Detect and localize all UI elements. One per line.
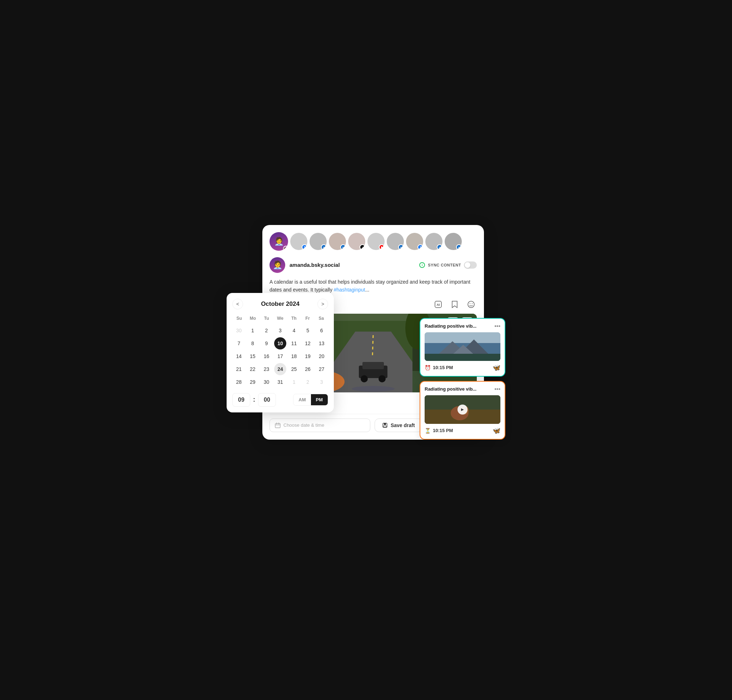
weekday-sa: Sa — [314, 315, 328, 322]
calendar-day-12[interactable]: 12 — [302, 337, 314, 350]
calendar-day-27[interactable]: 27 — [315, 363, 328, 375]
svg-rect-40 — [425, 354, 500, 361]
clock-icon-1: ⏰ — [425, 365, 431, 371]
calendar-day-6[interactable]: 6 — [315, 324, 328, 337]
calendar-day-7[interactable]: 7 — [233, 337, 245, 350]
calendar-day-10[interactable]: 10 — [274, 337, 286, 350]
calendar-day-13[interactable]: 13 — [315, 337, 328, 350]
card-2-footer: ⏳ 10:15 PM 🦋 — [425, 427, 500, 435]
calendar-grid: Su Mo Tu We Th Fr Sa 3012345678910111213… — [232, 315, 328, 388]
hourglass-icon-2: ⏳ — [425, 428, 431, 434]
calendar-day-3[interactable]: 3 — [315, 376, 328, 388]
calendar-day-9[interactable]: 9 — [260, 337, 272, 350]
avatar-2[interactable]: f — [290, 233, 307, 250]
calendar-day-16[interactable]: 16 — [260, 350, 272, 362]
calendar-day-11[interactable]: 11 — [288, 337, 300, 350]
calendar-day-8[interactable]: 8 — [246, 337, 259, 350]
sync-label: SYNC CONTENT — [428, 263, 461, 267]
bookmark-button[interactable] — [449, 299, 461, 310]
sync-toggle[interactable] — [464, 262, 477, 269]
time-hours-input[interactable] — [232, 393, 250, 407]
calendar-day-14[interactable]: 14 — [233, 350, 245, 362]
card-1-image — [425, 332, 500, 361]
card-1-time: ⏰ 10:15 PM — [425, 365, 453, 371]
card-2-header: Radiating positive vib... ••• — [425, 386, 500, 393]
calendar-day-21[interactable]: 21 — [233, 363, 245, 375]
calendar-day-17[interactable]: 17 — [274, 350, 286, 362]
calendar-days: 3012345678910111213141516171819202122232… — [232, 324, 328, 388]
calendar-day-20[interactable]: 20 — [315, 350, 328, 362]
sync-content-row: i SYNC CONTENT — [419, 262, 477, 269]
calendar-day-1[interactable]: 1 — [288, 376, 300, 388]
card-1-footer: ⏰ 10:15 PM 🦋 — [425, 364, 500, 372]
svg-point-2 — [468, 301, 474, 307]
time-minutes-input[interactable] — [258, 393, 276, 407]
calendar-day-1[interactable]: 1 — [246, 324, 259, 337]
avatar-3[interactable]: in — [310, 233, 327, 250]
emoji-button[interactable] — [465, 299, 477, 310]
card-2-title: Radiating positive vib... — [425, 386, 477, 392]
calendar-prev-button[interactable]: < — [232, 299, 243, 309]
svg-rect-33 — [384, 423, 386, 425]
play-button-overlay-2[interactable]: ▶ — [458, 404, 468, 415]
weekday-fr: Fr — [301, 315, 314, 322]
card-2-image: ▶ — [425, 395, 500, 424]
am-button[interactable]: AM — [293, 394, 311, 405]
hashtag[interactable]: #hashtaginput — [334, 287, 365, 293]
calendar-day-4[interactable]: 4 — [288, 324, 300, 337]
scheduled-post-card-1: Radiating positive vib... ••• — [420, 318, 505, 376]
svg-point-16 — [378, 375, 386, 382]
calendar-day-30[interactable]: 30 — [260, 376, 272, 388]
card-1-header: Radiating positive vib... ••• — [425, 323, 500, 329]
pm-button[interactable]: PM — [311, 394, 328, 405]
calendar-day-5[interactable]: 5 — [302, 324, 314, 337]
svg-point-4 — [472, 303, 472, 304]
calendar-day-24[interactable]: 24 — [274, 363, 286, 375]
calendar-month-year: October 2024 — [261, 300, 299, 307]
avatar-7[interactable]: in — [387, 233, 404, 250]
butterfly-icon-2: 🦋 — [493, 427, 500, 435]
calendar-day-29[interactable]: 29 — [246, 376, 259, 388]
calendar-day-18[interactable]: 18 — [288, 350, 300, 362]
avatar-5[interactable]: ♪ — [348, 233, 365, 250]
card-2-menu-button[interactable]: ••• — [494, 386, 500, 393]
weekday-su: Su — [232, 315, 246, 322]
avatar-9[interactable]: in — [425, 233, 443, 250]
scheduled-post-card-2: Radiating positive vib... ••• ▶ — [420, 381, 505, 440]
card-1-title: Radiating positive vib... — [425, 324, 477, 329]
avatar-10[interactable]: in — [444, 233, 462, 250]
calendar-day-23[interactable]: 23 — [260, 363, 272, 375]
avatar-4[interactable]: in — [329, 233, 346, 250]
time-row: : AM PM — [232, 393, 328, 407]
calendar-next-button[interactable]: > — [317, 299, 328, 309]
ampm-group: AM PM — [293, 394, 328, 406]
calendar-day-19[interactable]: 19 — [302, 350, 314, 362]
calendar-day-28[interactable]: 28 — [233, 376, 245, 388]
calendar-day-2[interactable]: 2 — [260, 324, 272, 337]
calendar-day-30[interactable]: 30 — [233, 324, 245, 337]
weekday-mo: Mo — [246, 315, 260, 322]
card-2-time: ⏳ 10:15 PM — [425, 428, 453, 434]
calendar-day-3[interactable]: 3 — [274, 324, 286, 337]
primary-avatar[interactable]: 🧑‍💼 🦋 — [270, 232, 288, 251]
calendar-day-26[interactable]: 26 — [302, 363, 314, 375]
card-1-menu-button[interactable]: ••• — [494, 323, 500, 329]
toggle-knob — [465, 262, 470, 268]
save-draft-button[interactable]: Save draft — [375, 419, 422, 432]
weekday-we: We — [273, 315, 287, 322]
calendar-day-31[interactable]: 31 — [274, 376, 286, 388]
ai-button[interactable]: AI — [433, 299, 444, 310]
account-row: 🧑‍💼 amanda.bsky.social i SYNC CONTENT — [270, 257, 477, 273]
calendar-day-25[interactable]: 25 — [288, 363, 300, 375]
calendar-popup: < October 2024 > Su Mo Tu We Th Fr Sa 30… — [227, 293, 334, 412]
svg-rect-14 — [362, 362, 384, 369]
svg-point-17 — [352, 386, 395, 392]
calendar-day-15[interactable]: 15 — [246, 350, 259, 362]
avatar-6[interactable]: ▶ — [367, 233, 384, 250]
avatar-8[interactable]: f — [406, 233, 423, 250]
date-picker-button[interactable]: Choose date & time — [270, 419, 370, 432]
calendar-weekdays: Su Mo Tu We Th Fr Sa — [232, 315, 328, 322]
calendar-day-22[interactable]: 22 — [246, 363, 259, 375]
calendar-day-2[interactable]: 2 — [302, 376, 314, 388]
weekday-th: Th — [287, 315, 301, 322]
